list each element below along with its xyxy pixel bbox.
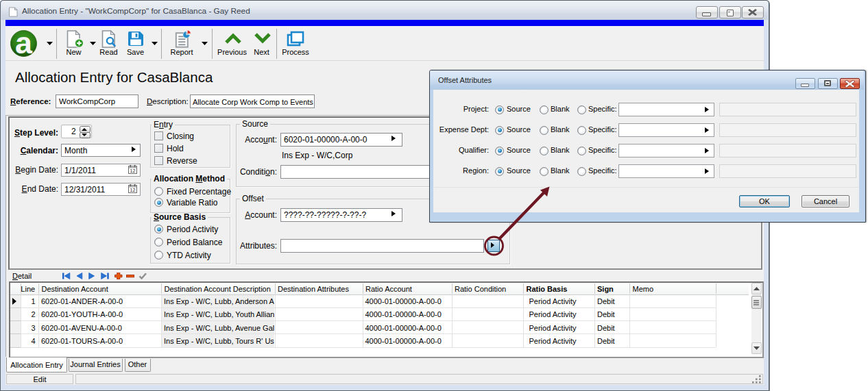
svg-text:a: a <box>15 30 33 58</box>
svg-text:12: 12 <box>130 168 136 173</box>
svg-text:12: 12 <box>130 188 136 192</box>
